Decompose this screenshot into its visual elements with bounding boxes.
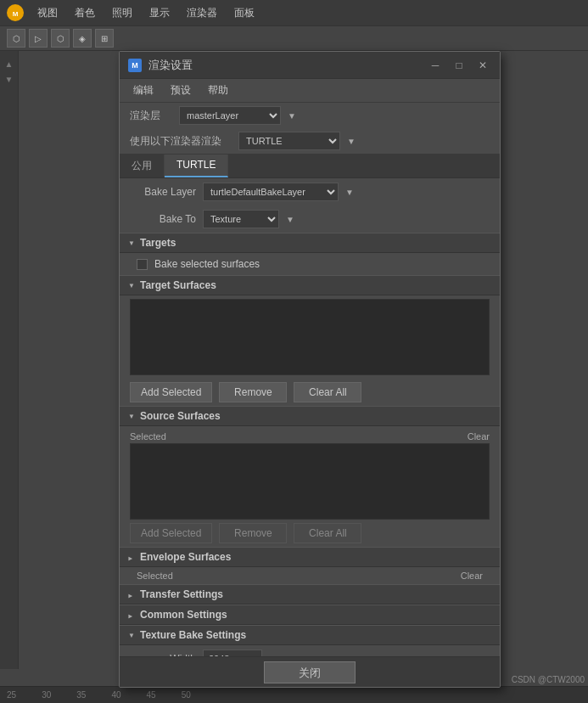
source-clear-all-button: Clear All bbox=[294, 523, 361, 543]
watermark: CSDN @CTW2000 bbox=[512, 675, 585, 684]
left-panel-arrow-up[interactable]: ▲ bbox=[3, 58, 15, 70]
toolbar-btn-3[interactable]: ⬡ bbox=[51, 29, 70, 48]
envelope-surfaces-labels: Selected Clear bbox=[120, 567, 500, 584]
modal-menu-help[interactable]: 帮助 bbox=[201, 81, 235, 100]
common-settings-section-header[interactable]: ▼ Common Settings bbox=[120, 605, 500, 625]
menu-renderer[interactable]: 渲染器 bbox=[180, 3, 224, 24]
bake-to-dropdown-icon: ▼ bbox=[286, 215, 294, 224]
source-clear-label[interactable]: Clear bbox=[468, 431, 490, 441]
modal-footer: 关闭 bbox=[120, 656, 500, 687]
targets-arrow: ▼ bbox=[126, 238, 137, 248]
svg-text:M: M bbox=[13, 10, 19, 18]
app-logo: M bbox=[7, 4, 24, 21]
common-settings-arrow: ▼ bbox=[126, 610, 137, 620]
width-input[interactable] bbox=[203, 650, 262, 656]
render-layer-label: 渲染层 bbox=[130, 109, 172, 123]
ruler-tick-2: 30 bbox=[42, 690, 51, 700]
render-settings-dialog: M 渲染设置 ─ □ ✕ 编辑 预设 帮助 渲染层 masterLayer ▼ … bbox=[119, 51, 501, 688]
source-add-selected-button: Add Selected bbox=[130, 523, 212, 543]
texture-bake-title: Texture Bake Settings bbox=[140, 629, 246, 641]
ruler-tick-1: 25 bbox=[7, 690, 16, 700]
app-menubar: M 视图 着色 照明 显示 渲染器 面板 bbox=[0, 0, 588, 25]
minimize-button[interactable]: ─ bbox=[425, 57, 445, 74]
menu-shading[interactable]: 着色 bbox=[68, 3, 102, 24]
texture-bake-section-header[interactable]: ▼ Texture Bake Settings bbox=[120, 625, 500, 645]
source-surfaces-area: Selected Clear bbox=[130, 430, 490, 520]
source-remove-button: Remove bbox=[219, 523, 287, 543]
bake-to-label: Bake To bbox=[137, 213, 196, 225]
tab-bar: 公用 TURTLE bbox=[120, 155, 500, 178]
menu-view[interactable]: 视图 bbox=[31, 3, 64, 24]
modal-titlebar: M 渲染设置 ─ □ ✕ bbox=[120, 52, 500, 79]
bake-layer-dropdown-icon: ▼ bbox=[345, 188, 354, 197]
menu-lighting[interactable]: 照明 bbox=[105, 3, 139, 24]
modal-title: 渲染设置 bbox=[148, 58, 425, 73]
target-surfaces-title: Target Surfaces bbox=[140, 279, 216, 291]
ruler-tick-5: 45 bbox=[147, 690, 156, 700]
toolbar-btn-2[interactable]: ▷ bbox=[29, 29, 48, 48]
renderer-select[interactable]: TURTLE bbox=[238, 132, 340, 150]
transfer-settings-arrow: ▼ bbox=[126, 589, 137, 599]
common-settings-title: Common Settings bbox=[140, 609, 227, 621]
source-surfaces-btn-row: Add Selected Remove Clear All bbox=[120, 520, 500, 547]
toolbar-btn-5[interactable]: ⊞ bbox=[95, 29, 114, 48]
bake-selected-checkbox[interactable] bbox=[137, 259, 148, 270]
renderer-label: 使用以下渲染器渲染 bbox=[130, 134, 232, 149]
menu-display[interactable]: 显示 bbox=[143, 3, 176, 24]
bake-layer-label: Bake Layer bbox=[137, 186, 196, 198]
render-layer-row: 渲染层 masterLayer ▼ bbox=[120, 103, 500, 128]
envelope-surfaces-section-header[interactable]: ▼ Envelope Surfaces bbox=[120, 547, 500, 567]
source-surfaces-list bbox=[130, 443, 490, 520]
bake-selected-label: Bake selected surfaces bbox=[154, 258, 260, 270]
toolbar-btn-4[interactable]: ◈ bbox=[73, 29, 92, 48]
left-panel: ▲ ▼ bbox=[0, 51, 19, 669]
targets-section-header[interactable]: ▼ Targets bbox=[120, 233, 500, 253]
modal-logo-inner: M bbox=[128, 59, 142, 72]
menu-panel[interactable]: 面板 bbox=[227, 3, 261, 24]
render-layer-select[interactable]: masterLayer bbox=[179, 106, 281, 125]
target-surfaces-section-header[interactable]: ▼ Target Surfaces bbox=[120, 275, 500, 295]
ruler-tick-4: 40 bbox=[111, 690, 120, 700]
close-button[interactable]: ✕ bbox=[473, 57, 493, 74]
bake-to-select[interactable]: Texture bbox=[203, 210, 279, 228]
renderer-dropdown-icon: ▼ bbox=[347, 137, 356, 146]
tab-common[interactable]: 公用 bbox=[120, 155, 165, 177]
bake-layer-row: Bake Layer turtleDefaultBakeLayer ▼ bbox=[120, 178, 500, 205]
target-surfaces-btn-row: Add Selected Remove Clear All bbox=[120, 379, 500, 406]
modal-content[interactable]: Bake Layer turtleDefaultBakeLayer ▼ Bake… bbox=[120, 178, 500, 656]
width-row: Width bbox=[120, 645, 500, 656]
bake-selected-row: Bake selected surfaces bbox=[120, 253, 500, 275]
source-surfaces-labels: Selected Clear bbox=[130, 430, 490, 443]
bake-to-row: Bake To Texture ▼ bbox=[120, 205, 500, 233]
source-surfaces-arrow: ▼ bbox=[126, 411, 137, 421]
target-clear-all-button[interactable]: Clear All bbox=[294, 382, 361, 402]
maximize-button[interactable]: □ bbox=[449, 57, 469, 74]
footer-close-button[interactable]: 关闭 bbox=[264, 661, 356, 683]
modal-menu-preset[interactable]: 预设 bbox=[164, 81, 198, 100]
ruler-tick-3: 35 bbox=[76, 690, 86, 700]
target-surfaces-list bbox=[130, 299, 490, 375]
left-panel-arrow-down[interactable]: ▼ bbox=[3, 73, 15, 85]
modal-menu-edit[interactable]: 编辑 bbox=[126, 81, 160, 100]
transfer-settings-section-header[interactable]: ▼ Transfer Settings bbox=[120, 584, 500, 605]
tab-turtle[interactable]: TURTLE bbox=[165, 155, 228, 177]
envelope-surfaces-arrow: ▼ bbox=[126, 552, 137, 562]
ruler-tick-6: 50 bbox=[182, 690, 191, 700]
modal-menubar: 编辑 预设 帮助 bbox=[120, 79, 500, 103]
source-surfaces-section-header[interactable]: ▼ Source Surfaces bbox=[120, 406, 500, 426]
envelope-selected-label: Selected bbox=[137, 571, 173, 581]
app-toolbar: ⬡ ▷ ⬡ ◈ ⊞ bbox=[0, 25, 588, 51]
transfer-settings-title: Transfer Settings bbox=[140, 588, 223, 600]
toolbar-btn-1[interactable]: ⬡ bbox=[7, 29, 25, 48]
target-add-selected-button[interactable]: Add Selected bbox=[130, 382, 212, 402]
render-layer-dropdown-icon: ▼ bbox=[288, 111, 296, 121]
target-surfaces-arrow: ▼ bbox=[126, 280, 137, 290]
envelope-clear-label[interactable]: Clear bbox=[461, 571, 483, 581]
source-surfaces-title: Source Surfaces bbox=[140, 410, 221, 422]
targets-title: Targets bbox=[140, 237, 176, 249]
bake-layer-select[interactable]: turtleDefaultBakeLayer bbox=[203, 183, 339, 201]
target-remove-button[interactable]: Remove bbox=[219, 382, 287, 402]
texture-bake-arrow: ▼ bbox=[126, 630, 137, 640]
modal-logo: M bbox=[126, 57, 143, 74]
bottom-ruler: 25 30 35 40 45 50 bbox=[0, 686, 588, 703]
